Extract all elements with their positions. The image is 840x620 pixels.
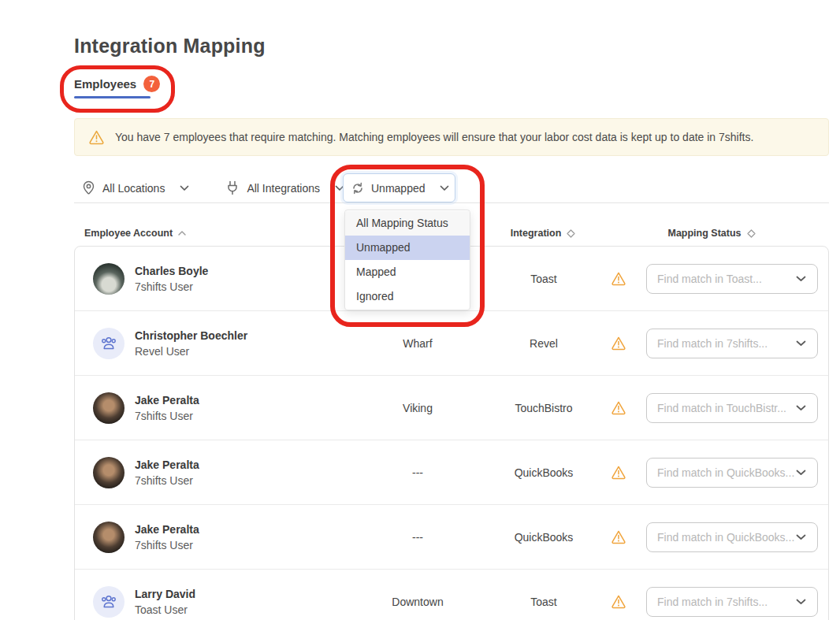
menu-item-unmapped[interactable]: Unmapped xyxy=(345,236,470,260)
chevron-down-icon xyxy=(796,534,806,540)
warning-triangle-icon xyxy=(611,529,626,544)
avatar-photo xyxy=(93,457,125,488)
integration-cell: QuickBooks xyxy=(492,466,595,479)
location-cell: Wharf xyxy=(343,337,492,350)
match-cell: Find match in QuickBooks... xyxy=(642,522,828,552)
header-label: Employee Account xyxy=(84,228,173,239)
match-cell: Find match in 7shifts... xyxy=(642,329,828,358)
warning-triangle-icon xyxy=(88,129,105,145)
find-match-placeholder: Find match in TouchBistr... xyxy=(657,402,786,414)
avatar-photo xyxy=(93,263,125,295)
chevron-down-icon xyxy=(180,185,189,191)
avatar-group-icon xyxy=(93,328,125,359)
tab-employees[interactable]: Employees 7 xyxy=(74,76,160,92)
chevron-down-icon xyxy=(796,470,806,476)
warning-triangle-icon xyxy=(611,271,626,286)
find-match-placeholder: Find match in 7shifts... xyxy=(657,596,768,608)
chevron-down-icon xyxy=(440,185,449,191)
table-row: Larry David Toast User Downtown Toast Fi… xyxy=(75,569,828,620)
match-cell: Find match in Toast... xyxy=(642,264,828,294)
table-header-employee-account[interactable]: Employee Account xyxy=(74,228,342,239)
find-match-select[interactable]: Find match in Toast... xyxy=(646,264,818,294)
header-label: Mapping Status xyxy=(667,228,741,239)
find-match-select[interactable]: Find match in QuickBooks... xyxy=(646,522,818,552)
table-header-integration[interactable]: Integration xyxy=(492,228,594,239)
location-cell: Downtown xyxy=(343,596,492,608)
mapping-status-dropdown-menu: All Mapping Status Unmapped Mapped Ignor… xyxy=(344,210,470,310)
employee-cell: Jake Peralta 7shifts User xyxy=(75,457,343,488)
menu-item-ignored[interactable]: Ignored xyxy=(345,284,470,309)
integration-cell: Toast xyxy=(492,596,595,608)
employee-name: Christopher Boechler xyxy=(135,328,247,343)
sort-diamond-icon xyxy=(567,229,575,238)
table-row: Jake Peralta 7shifts User --- QuickBooks… xyxy=(75,504,828,569)
page-title: Integration Mapping xyxy=(74,35,266,58)
warning-triangle-icon xyxy=(611,594,626,609)
warning-triangle-icon xyxy=(611,400,626,415)
avatar-photo xyxy=(93,392,125,424)
integration-cell: TouchBistro xyxy=(492,402,595,414)
warning-cell xyxy=(595,594,642,609)
find-match-select[interactable]: Find match in QuickBooks... xyxy=(646,458,818,488)
employee-cell: Jake Peralta 7shifts User xyxy=(75,392,343,424)
warning-cell xyxy=(595,400,642,415)
location-cell: --- xyxy=(343,466,492,479)
chevron-down-icon xyxy=(796,599,806,605)
chevron-down-icon xyxy=(796,340,806,347)
tab-employees-label: Employees xyxy=(74,77,136,91)
employee-cell: Christopher Boechler Revel User xyxy=(75,328,343,359)
filter-row-divider xyxy=(74,202,829,203)
header-label: Integration xyxy=(511,228,562,239)
match-cell: Find match in QuickBooks... xyxy=(642,458,828,488)
employee-subtitle: Revel User xyxy=(135,343,247,359)
avatar-group-icon xyxy=(93,586,125,618)
employee-subtitle: 7shifts User xyxy=(135,408,199,424)
warning-triangle-icon xyxy=(611,336,626,351)
match-cell: Find match in TouchBistr... xyxy=(642,393,828,423)
employee-cell: Charles Boyle 7shifts User xyxy=(75,263,343,295)
employee-cell: Jake Peralta 7shifts User xyxy=(75,522,343,553)
employee-subtitle: 7shifts User xyxy=(135,473,199,488)
find-match-placeholder: Find match in QuickBooks... xyxy=(657,466,794,479)
location-pin-icon xyxy=(82,180,95,195)
sync-icon xyxy=(351,182,364,195)
menu-item-all-mapping-status[interactable]: All Mapping Status xyxy=(345,211,470,236)
chevron-down-icon xyxy=(796,276,806,282)
plug-icon xyxy=(225,180,240,195)
table-header-mapping-status[interactable]: Mapping Status xyxy=(594,228,829,239)
employee-cell: Larry David Toast User xyxy=(75,586,343,618)
locations-filter-dropdown[interactable]: All Locations xyxy=(82,180,189,195)
avatar-photo xyxy=(93,522,125,553)
tab-active-underline xyxy=(74,96,151,98)
employee-name: Jake Peralta xyxy=(135,392,199,408)
mapping-status-filter-select[interactable]: Unmapped xyxy=(343,173,455,202)
find-match-placeholder: Find match in QuickBooks... xyxy=(657,531,794,544)
warning-cell xyxy=(595,271,642,286)
location-cell: Viking xyxy=(343,402,492,414)
match-cell: Find match in 7shifts... xyxy=(642,587,828,617)
find-match-select[interactable]: Find match in 7shifts... xyxy=(646,329,818,358)
integrations-filter-dropdown[interactable]: All Integrations xyxy=(225,180,344,195)
find-match-select[interactable]: Find match in 7shifts... xyxy=(646,587,818,617)
table-row: Jake Peralta 7shifts User --- QuickBooks… xyxy=(75,440,828,504)
warning-cell xyxy=(595,465,642,480)
warning-cell xyxy=(595,529,642,544)
sort-diamond-icon xyxy=(747,229,756,238)
employees-count-badge: 7 xyxy=(143,76,160,92)
chevron-down-icon xyxy=(796,405,806,411)
menu-item-mapped[interactable]: Mapped xyxy=(345,260,470,284)
location-cell: --- xyxy=(343,531,492,544)
employee-name: Jake Peralta xyxy=(135,522,199,537)
employee-name: Larry David xyxy=(135,586,195,602)
warning-triangle-icon xyxy=(611,465,626,480)
warning-cell xyxy=(595,336,642,351)
employee-name: Jake Peralta xyxy=(135,457,199,473)
employee-subtitle: 7shifts User xyxy=(135,279,208,295)
table-row: Jake Peralta 7shifts User Viking TouchBi… xyxy=(75,375,828,440)
find-match-select[interactable]: Find match in TouchBistr... xyxy=(646,393,818,423)
integrations-filter-label: All Integrations xyxy=(247,182,320,195)
integration-cell: Toast xyxy=(492,273,595,285)
table-row: Christopher Boechler Revel User Wharf Re… xyxy=(75,310,828,375)
employee-subtitle: Toast User xyxy=(135,602,195,618)
integration-cell: Revel xyxy=(492,337,595,350)
